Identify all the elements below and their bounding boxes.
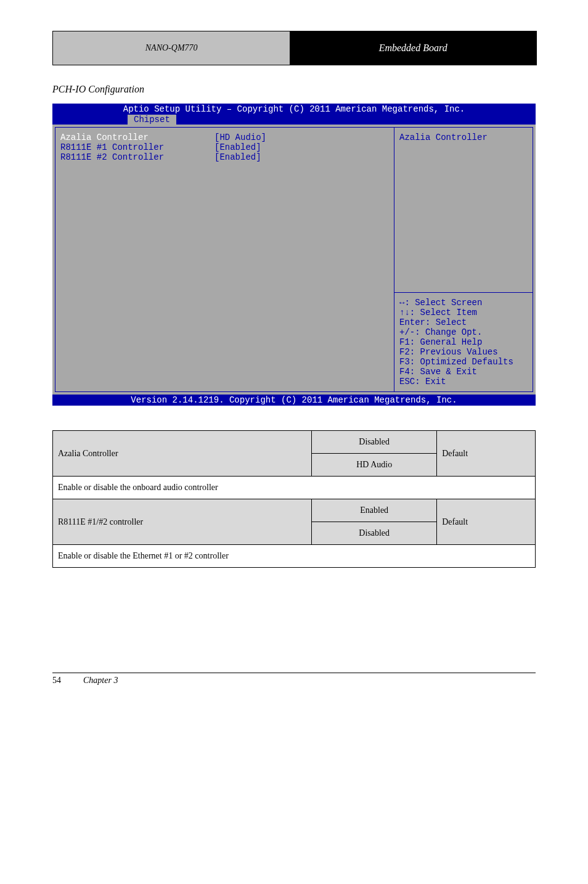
bios-setting-value: [Enabled] xyxy=(214,152,261,162)
product-subtitle: NANO-QM770 xyxy=(53,31,290,65)
option-name: Azalia Controller xyxy=(53,431,312,477)
bios-help-panel: Azalia Controller ↔: Select Screen ↑↓: S… xyxy=(394,127,533,392)
chapter-label: Chapter 3 xyxy=(83,676,118,686)
bios-help-text: Azalia Controller xyxy=(399,133,488,142)
option-default-marker: Default xyxy=(437,431,536,477)
bios-setting-label: R8111E #1 Controller xyxy=(60,142,214,152)
bios-setting-label: Azalia Controller xyxy=(60,133,214,142)
bios-setting-value: [Enabled] xyxy=(214,142,261,152)
table-row: Azalia Controller Disabled Default xyxy=(53,431,536,454)
bios-setting-row[interactable]: Azalia Controller [HD Audio] xyxy=(60,133,389,142)
page-header: NANO-QM770 Embedded Board xyxy=(52,31,537,65)
bios-screenshot: Aptio Setup Utility – Copyright (C) 2011… xyxy=(52,104,536,406)
bios-key-legend: ↔: Select Screen ↑↓: Select Item Enter: … xyxy=(394,292,533,391)
page-footer: 54 Chapter 3 xyxy=(52,673,536,686)
bios-tabs: Chipset xyxy=(52,115,536,125)
table-row: R8111E #1/#2 controller Enabled Default xyxy=(53,499,536,522)
option-description: Enable or disable the Ethernet #1 or #2 … xyxy=(53,545,536,568)
options-table: Azalia Controller Disabled Default HD Au… xyxy=(52,430,536,568)
product-title: Embedded Board xyxy=(290,31,536,65)
option-name: R8111E #1/#2 controller xyxy=(53,499,312,545)
bios-setting-row[interactable]: R8111E #1 Controller [Enabled] xyxy=(60,142,389,152)
tab-chipset[interactable]: Chipset xyxy=(128,115,176,125)
option-value: Disabled xyxy=(312,522,437,545)
bios-setting-row[interactable]: R8111E #2 Controller [Enabled] xyxy=(60,152,389,162)
bios-settings-panel: Azalia Controller [HD Audio] R8111E #1 C… xyxy=(55,127,394,392)
bios-title: Aptio Setup Utility – Copyright (C) 2011… xyxy=(52,104,536,115)
section-heading: PCH-IO Configuration xyxy=(52,84,536,95)
option-value: Disabled xyxy=(312,431,437,454)
bios-setting-label: R8111E #2 Controller xyxy=(60,152,214,162)
page-number: 54 xyxy=(52,676,83,686)
option-value: HD Audio xyxy=(312,454,437,477)
bios-setting-value: [HD Audio] xyxy=(214,133,266,142)
option-default-marker: Default xyxy=(437,499,536,545)
table-row: Enable or disable the Ethernet #1 or #2 … xyxy=(53,545,536,568)
option-description: Enable or disable the onboard audio cont… xyxy=(53,477,536,499)
table-row: Enable or disable the onboard audio cont… xyxy=(53,477,536,499)
bios-version-footer: Version 2.14.1219. Copyright (C) 2011 Am… xyxy=(52,395,536,406)
option-value: Enabled xyxy=(312,499,437,522)
